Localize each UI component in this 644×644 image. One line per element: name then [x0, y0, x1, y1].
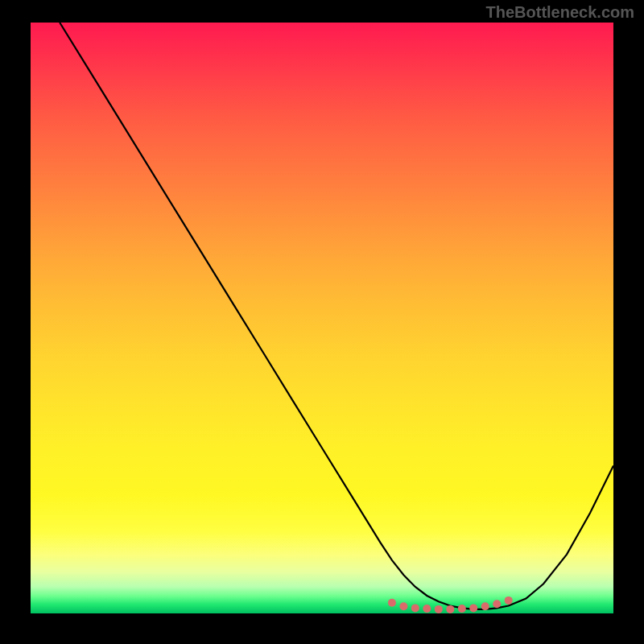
dot	[411, 604, 419, 612]
plot-area	[31, 23, 613, 613]
chart-svg	[31, 23, 613, 613]
dot	[493, 600, 501, 608]
dot	[469, 604, 477, 612]
dot	[481, 602, 489, 610]
curve-path	[60, 23, 613, 609]
dot	[458, 605, 466, 613]
dot	[505, 597, 513, 605]
dot	[435, 605, 443, 613]
dot	[388, 599, 396, 607]
dot	[446, 605, 454, 613]
dot	[399, 602, 407, 610]
watermark: TheBottleneck.com	[486, 3, 634, 22]
dot	[423, 605, 431, 613]
